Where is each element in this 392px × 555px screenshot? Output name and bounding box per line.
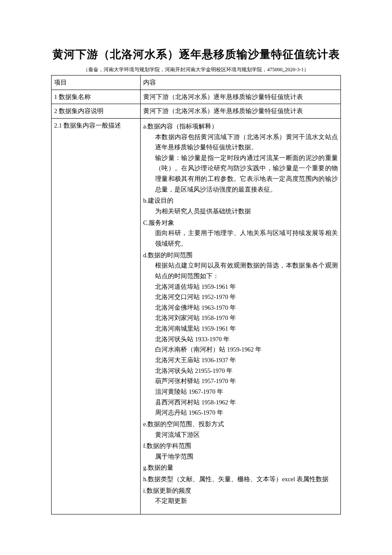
section-c-p: 面向科研，主要用于地理学、人地关系与区域可持续发展等相关领域研究。	[143, 228, 338, 249]
row-dataset-desc: 2 数据集内容说明 黄河下游（北洛河水系）逐年悬移质输沙量特征值统计表	[52, 104, 341, 119]
header-left: 项目	[52, 76, 141, 90]
page: 黄河下游（北洛河水系）逐年悬移质输沙量特征值统计表 （秦奋，河南大学环境与规划学…	[0, 0, 392, 555]
section-f-p: 属于地学范围	[143, 451, 338, 462]
metadata-table: 项目 内容 1 数据集名称 黄河下游（北洛河水系）逐年悬移质输沙量特征值统计表 …	[51, 75, 341, 514]
row-content: a.数据内容（指标项解释） 本数据内容包括黄河流域下游（北洛河水系）黄河干流水文…	[141, 118, 341, 514]
station-item: 北洛河大王庙站 1936-1937 年	[143, 355, 338, 366]
section-b-p: 为相关研究人员提供基础统计数据	[143, 206, 338, 217]
section-h-label: h.数据类型（文献、属性、矢量、栅格、文本等）excel 表属性数据	[143, 474, 338, 485]
section-g-label: g.数据的量	[143, 462, 338, 473]
page-subtitle: （秦奋，河南大学环境与规划学院，河南开封河南大学金明校区环境与规划学院，4750…	[51, 66, 341, 73]
station-item: 北洛河刘家河站 1958-1970 年	[143, 313, 338, 323]
section-a-p1: 本数据内容包括黄河流域下游（北洛河水系）黄河干流水文站点逐年悬移质输沙量特征值统…	[143, 132, 338, 153]
section-e-p: 黄河流域下游区	[143, 430, 338, 440]
station-item: 北洛河道佐埠站 1959-1961 年	[143, 282, 338, 292]
row-content: 黄河下游（北洛河水系）逐年悬移质输沙量特征值统计表	[141, 90, 341, 104]
station-item: 北洛河交口河站 1952-1970 年	[143, 292, 338, 302]
page-title: 黄河下游（北洛河水系）逐年悬移质输沙量特征值统计表	[51, 47, 341, 62]
row-content: 黄河下游（北洛河水系）逐年悬移质输沙量特征值统计表	[141, 104, 341, 119]
station-item: 北洛河状头站 1933-1970 年	[143, 334, 338, 345]
section-b-label: b.建设目的	[143, 195, 338, 206]
row-dataset-name: 1 数据集名称 黄河下游（北洛河水系）逐年悬移质输沙量特征值统计表	[52, 90, 341, 104]
section-f-label: f.数据的学科范围	[143, 441, 338, 451]
section-d-label: d.数据的时间范围	[143, 250, 338, 261]
section-i-p: 不定期更新	[143, 496, 338, 506]
row-label: 2.1 数据集内容一般描述	[52, 118, 141, 514]
station-item: 北洛河状头站 21955-1970 年	[143, 366, 338, 376]
header-right: 内容	[141, 76, 341, 90]
station-item: 沮河黄陵站 1967-1970 年	[143, 386, 338, 397]
header-row: 项目 内容	[52, 76, 341, 90]
station-item: 县西河西河村站 1958-1962 年	[143, 397, 338, 408]
station-item: 葫芦河张村驿站 1957-1970 年	[143, 376, 338, 386]
section-c-label: C.服务对象	[143, 218, 338, 228]
section-a-p2: 输沙量：输沙量是指一定时段内通过河流某一断面的泥沙的重量（吨）。在风沙理论研究与…	[143, 153, 338, 195]
station-item: 周河志丹站 1965-1970 年	[143, 407, 338, 418]
row-label: 2 数据集内容说明	[52, 104, 141, 119]
section-i-label: i.数据更新的频度	[143, 485, 338, 496]
station-item: 北洛河金佛坪站 1963-1970 年	[143, 302, 338, 313]
section-e-label: e.数据的空间范围、投影方式	[143, 419, 338, 430]
row-label: 1 数据集名称	[52, 90, 141, 104]
row-general-desc: 2.1 数据集内容一般描述 a.数据内容（指标项解释） 本数据内容包括黄河流域下…	[52, 118, 341, 514]
section-d-intro: 根据站点建立时间以及有效观测数据的筛选，本数据集各个观测站点的时间范围如下：	[143, 260, 338, 281]
section-a-label: a.数据内容（指标项解释）	[143, 121, 338, 132]
station-item: 北洛河南城里站 1959-1961 年	[143, 323, 338, 334]
station-item: 白河水南桥（南河村）站 1959-1962 年	[143, 344, 338, 355]
bottom-padding	[143, 506, 338, 512]
